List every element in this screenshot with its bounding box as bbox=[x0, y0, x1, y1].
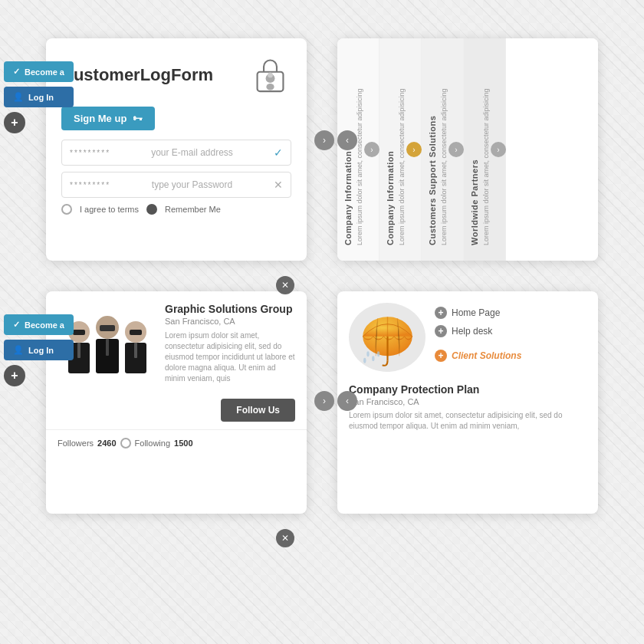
accordion-card: Company Information Lorem ipsum dolor si… bbox=[337, 38, 598, 261]
profile-top-section: Graphic Solutions Group San Francisco, C… bbox=[46, 291, 307, 399]
svg-point-18 bbox=[366, 351, 369, 356]
svg-rect-9 bbox=[100, 325, 115, 331]
close-login-btn[interactable]: ✕ bbox=[276, 276, 294, 294]
company-menu: + Home Page + Help desk + Client Solutio… bbox=[435, 303, 586, 362]
plus-icon-gray: + bbox=[435, 307, 447, 319]
key-icon: 🗝 bbox=[133, 113, 143, 124]
sidebar-bottom: ✓ Become a 👤 Log In + bbox=[4, 314, 74, 386]
login-header: CustomerLogForm bbox=[61, 54, 291, 96]
add-btn[interactable]: + bbox=[4, 112, 25, 133]
check-icon: ✓ bbox=[13, 67, 20, 77]
profile-stats: Followers 2460 Following 1500 bbox=[46, 429, 307, 456]
plus-icon-gray-2: + bbox=[435, 325, 447, 337]
company-location: San Francisco, CA bbox=[349, 397, 586, 406]
company-top: + Home Page + Help desk + Client Solutio… bbox=[337, 291, 598, 383]
accordion-panel-4[interactable]: Worldwide Partners Lorem ipsum dolor sit… bbox=[464, 38, 506, 261]
followers-count: 2460 bbox=[97, 439, 116, 448]
agree-radio[interactable] bbox=[61, 204, 72, 215]
menu-item-client-solutions[interactable]: + Client Solutions bbox=[435, 350, 586, 362]
umbrella-svg bbox=[355, 305, 420, 370]
menu-item-helpdesk[interactable]: + Help desk bbox=[435, 325, 586, 337]
svg-point-19 bbox=[372, 356, 374, 361]
svg-rect-15 bbox=[134, 343, 137, 358]
profile-card: Graphic Solutions Group San Francisco, C… bbox=[46, 291, 307, 514]
company-name: Company Protection Plan bbox=[349, 383, 586, 396]
close-profile-btn[interactable]: ✕ bbox=[276, 529, 294, 547]
company-info: Company Protection Plan San Francisco, C… bbox=[337, 383, 598, 439]
svg-rect-14 bbox=[106, 339, 109, 356]
svg-point-21 bbox=[363, 357, 366, 363]
svg-rect-12 bbox=[130, 330, 142, 335]
panel-arrow-3[interactable]: › bbox=[449, 142, 464, 157]
company-card: + Home Page + Help desk + Client Solutio… bbox=[337, 291, 598, 514]
follow-button[interactable]: Follow Us bbox=[221, 399, 295, 422]
login-card: CustomerLogForm Sign Me up 🗝 ********* y… bbox=[46, 38, 307, 261]
user-icon: 👤 bbox=[13, 92, 24, 102]
password-field[interactable]: ********* type your Password ✕ bbox=[61, 172, 291, 198]
user-icon-2: 👤 bbox=[13, 345, 24, 355]
panel-arrow-4[interactable]: › bbox=[491, 142, 506, 157]
svg-point-20 bbox=[376, 351, 379, 356]
login-title: CustomerLogForm bbox=[61, 65, 249, 85]
sidebar-top: ✓ Become a 👤 Log In + bbox=[4, 61, 74, 133]
nav-left-top[interactable]: ‹ bbox=[337, 130, 357, 150]
become-member-btn-2[interactable]: ✓ Become a bbox=[4, 314, 74, 335]
svg-point-2 bbox=[266, 84, 274, 90]
profile-name: Graphic Solutions Group bbox=[165, 303, 295, 315]
add-btn-2[interactable]: + bbox=[4, 365, 25, 386]
become-member-btn[interactable]: ✓ Become a bbox=[4, 61, 74, 82]
accordion-panel-3[interactable]: Customers Support Solutions Lorem ipsum … bbox=[422, 38, 464, 261]
login-btn-2[interactable]: 👤 Log In bbox=[4, 340, 74, 360]
menu-item-homepage[interactable]: + Home Page bbox=[435, 307, 586, 319]
lock-icon bbox=[249, 54, 291, 96]
login-footer: I agree to terms Remember Me bbox=[61, 204, 291, 215]
remember-radio[interactable] bbox=[146, 204, 157, 215]
accordion-panels: Company Information Lorem ipsum dolor si… bbox=[337, 38, 598, 261]
svg-rect-6 bbox=[73, 330, 85, 335]
clear-icon: ✕ bbox=[274, 179, 283, 191]
profile-info: Graphic Solutions Group San Francisco, C… bbox=[165, 303, 295, 384]
check-icon: ✓ bbox=[274, 146, 283, 159]
umbrella-image bbox=[349, 303, 426, 372]
panel-arrow-1[interactable]: › bbox=[364, 142, 380, 157]
check-icon-2: ✓ bbox=[13, 320, 20, 330]
following-count: 1500 bbox=[174, 439, 192, 448]
sign-me-up-button[interactable]: Sign Me up 🗝 bbox=[61, 107, 155, 130]
plus-icon-orange: + bbox=[435, 350, 447, 362]
email-field[interactable]: ********* your E-mail address ✓ bbox=[61, 140, 291, 166]
divider-circle bbox=[120, 438, 131, 449]
svg-rect-13 bbox=[77, 343, 80, 358]
nav-right-top[interactable]: › bbox=[314, 130, 334, 150]
panel-arrow-2[interactable]: › bbox=[406, 142, 422, 157]
nav-right-bot[interactable]: › bbox=[314, 391, 334, 411]
accordion-content bbox=[506, 38, 598, 261]
company-description: Lorem ipsum dolor sit amet, consectetur … bbox=[349, 410, 586, 432]
profile-location: San Francisco, CA bbox=[165, 317, 295, 326]
login-btn[interactable]: 👤 Log In bbox=[4, 87, 74, 107]
nav-left-bot[interactable]: ‹ bbox=[337, 391, 357, 411]
profile-actions: Follow Us bbox=[46, 399, 307, 429]
accordion-panel-2[interactable]: Company Information Lorem ipsum dolor si… bbox=[380, 38, 422, 261]
profile-description: Lorem ipsum dolor sit amet, consectetur … bbox=[165, 330, 295, 384]
svg-point-3 bbox=[268, 73, 273, 78]
